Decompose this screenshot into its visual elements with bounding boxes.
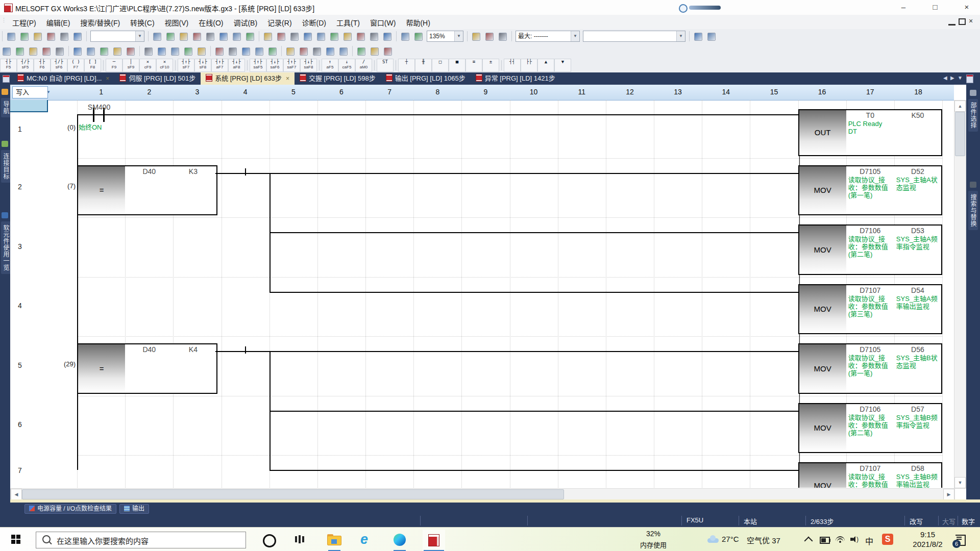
- save-icon[interactable]: [32, 31, 44, 43]
- device-memory-icon[interactable]: [98, 45, 110, 58]
- zoom-out-icon[interactable]: [399, 31, 411, 43]
- device-comment-icon[interactable]: [111, 45, 124, 58]
- menu-搜索/替换[interactable]: 搜索/替换(F): [75, 15, 125, 30]
- vertical-scroll-thumb[interactable]: [955, 112, 965, 156]
- safety-icon[interactable]: [355, 45, 368, 58]
- vertical-scrollbar[interactable]: ▲ ▼: [954, 100, 966, 489]
- stop-monitor-icon[interactable]: [355, 31, 367, 43]
- verify-project-icon[interactable]: [227, 45, 239, 58]
- online-monitor-icon[interactable]: [288, 31, 301, 43]
- scroll-left-icon[interactable]: ◀: [11, 489, 22, 500]
- ladder-symbol-sF5-button[interactable]: ┤/├sF5: [17, 59, 34, 72]
- clock-time[interactable]: 9:15: [906, 530, 949, 539]
- watch-icon[interactable]: [381, 31, 394, 43]
- delete-row-icon[interactable]: [231, 31, 243, 43]
- menu-诊断[interactable]: 诊断(D): [297, 15, 331, 30]
- menu-帮助[interactable]: 帮助(H): [401, 15, 435, 30]
- weather-temp[interactable]: 27°C: [722, 535, 739, 543]
- menu-调试[interactable]: 调试(B): [228, 15, 262, 30]
- simulation-stop-icon[interactable]: [142, 45, 155, 58]
- device-batch-icon[interactable]: [368, 31, 380, 43]
- fb-file-icon[interactable]: [71, 45, 84, 58]
- comment-max-combo-dropdown-icon[interactable]: ▼: [571, 31, 579, 41]
- zoom-level-combo[interactable]: 135%▼: [427, 31, 463, 42]
- ladder-symbol-aF7-button[interactable]: ┤↑├aF7: [211, 59, 228, 72]
- inline-st-icon[interactable]: [169, 45, 181, 58]
- ladder-symbol-sF9-button[interactable]: │sF9: [122, 59, 139, 72]
- cc-link-icon[interactable]: [324, 45, 336, 58]
- ladder-symbol-tool-29-button[interactable]: ├├: [521, 59, 537, 72]
- statement-combo-dropdown-icon[interactable]: ▼: [676, 31, 685, 41]
- ladder-symbol-tool-23-button[interactable]: ╫: [415, 59, 432, 72]
- read-plc-icon[interactable]: [315, 31, 327, 43]
- dock-tab-2[interactable]: 软元件使用一览: [1, 221, 11, 274]
- write-plc-icon[interactable]: [302, 31, 314, 43]
- event-history-icon[interactable]: [253, 45, 265, 58]
- menu-转换[interactable]: 转换(C): [125, 15, 159, 30]
- global-label-icon[interactable]: [40, 45, 53, 58]
- memory-card-icon[interactable]: [284, 45, 297, 58]
- compare-block[interactable]: =D40K4: [77, 343, 217, 394]
- open-icon[interactable]: [18, 31, 31, 43]
- zoom-level-combo-dropdown-icon[interactable]: ▼: [454, 31, 463, 41]
- ethernet-connect-icon[interactable]: [311, 45, 323, 58]
- ladder-symbol-saF7-button[interactable]: ┤↑├saF7: [283, 59, 300, 72]
- label-editor-icon[interactable]: [213, 45, 226, 58]
- statement-display-icon[interactable]: [497, 31, 509, 43]
- ladder-symbol-F6-button[interactable]: ┤├F6: [34, 59, 51, 72]
- overlay-slider-knob[interactable]: [679, 4, 688, 13]
- program-combo-dropdown-icon[interactable]: ▼: [135, 31, 144, 41]
- ladder-symbol-tool-27-button[interactable]: ±: [482, 59, 499, 72]
- usb-connect-icon[interactable]: [298, 45, 310, 58]
- comment-display-icon[interactable]: [483, 31, 496, 43]
- ladder-symbol-aF8-button[interactable]: ┤↓├aF8: [228, 59, 245, 72]
- ladder-symbol-aM0-button[interactable]: /aM0: [355, 59, 372, 72]
- doc-tab-inactive[interactable]: 伺服 [PRG] [LD] 501步: [114, 72, 201, 85]
- ladder-symbol-tool-30-button[interactable]: ▲: [537, 59, 554, 72]
- find-icon[interactable]: [692, 31, 704, 43]
- taskbar-search-input[interactable]: 在这里输入你要搜索的内容: [36, 532, 246, 548]
- weather-air-quality[interactable]: 空气优 37: [747, 535, 780, 545]
- ladder-symbol-tool-25-button[interactable]: ■: [449, 59, 465, 72]
- ladder-symbol-cF10-button[interactable]: ×cF10: [156, 59, 173, 72]
- write-mode-selector[interactable]: 写入: [12, 86, 48, 98]
- child-restore-icon[interactable]: [959, 18, 966, 25]
- project-tree-icon[interactable]: [1, 45, 13, 58]
- memory-usage-pct[interactable]: 32%: [633, 530, 674, 538]
- cortana-icon[interactable]: [263, 534, 276, 547]
- add-module-icon[interactable]: [14, 45, 26, 58]
- clock-date[interactable]: 2021/8/2: [906, 540, 949, 548]
- help-f1-icon[interactable]: [382, 45, 394, 58]
- menu-视图[interactable]: 视图(V): [160, 15, 194, 30]
- ladder-symbol-saF8-button[interactable]: ┤↓├saF8: [300, 59, 317, 72]
- overlay-slider-track[interactable]: [689, 6, 721, 10]
- ladder-symbol-sF7-button[interactable]: ┤↑├sF7: [178, 59, 194, 72]
- panel-tab-1[interactable]: 输出: [119, 504, 149, 514]
- clock-setting-icon[interactable]: [266, 45, 279, 58]
- instruction-block-MOV[interactable]: MOVD7107读取协议_接收：参数数值(第三笔)D54SYS_主轴A频率输出监…: [798, 284, 943, 334]
- scroll-up-icon[interactable]: ▲: [954, 101, 966, 112]
- doc-tab-inactive[interactable]: 输出 [PRG] [LD] 1065步: [381, 72, 471, 85]
- ladder-symbol-F8-button[interactable]: [ ]F8: [84, 59, 101, 72]
- print-preview-icon[interactable]: [58, 31, 70, 43]
- child-close-icon[interactable]: ×: [969, 17, 973, 25]
- ladder-symbol-saF5-button[interactable]: ┤↑├saF5: [250, 59, 266, 72]
- convert-all-icon[interactable]: [275, 31, 287, 43]
- fit-width-icon[interactable]: [470, 31, 482, 43]
- doc-tab-inactive[interactable]: 异常 [PRG] [LD] 1421步: [471, 72, 560, 85]
- ladder-symbol-tool-31-button[interactable]: ▼: [554, 59, 571, 72]
- insert-row-icon[interactable]: [217, 31, 230, 43]
- doc-tab-inactive[interactable]: MC:N0 自动 [PRG] [LD]...×: [12, 72, 114, 85]
- cut-icon[interactable]: [151, 31, 163, 43]
- doc-tab-inactive[interactable]: 交握 [PRG] [LD] 598步: [295, 72, 381, 85]
- ladder-symbol-sF6-button[interactable]: ┤/├sF6: [51, 59, 67, 72]
- gx-works3-taskbar-button[interactable]: [423, 530, 445, 551]
- close-button[interactable]: ×: [958, 1, 975, 13]
- ladder-symbol-F5-button[interactable]: ┤├F5: [0, 59, 17, 72]
- simulation-start-icon[interactable]: [125, 45, 137, 58]
- doc-tab-active[interactable]: 系统 [PRG] [LD] 633步×: [201, 72, 295, 85]
- compare-block[interactable]: =D40K3: [77, 165, 217, 215]
- ladder-edit-icon[interactable]: [156, 45, 168, 58]
- ladder-symbol-tool-22-button[interactable]: ┼: [398, 59, 415, 72]
- dock-tab-right-0[interactable]: 部件选择: [968, 99, 978, 132]
